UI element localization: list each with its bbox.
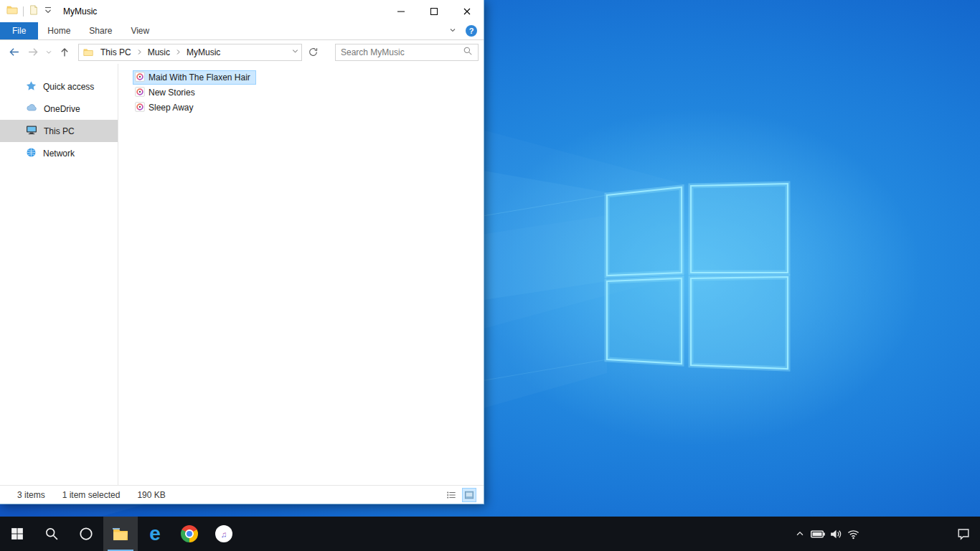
window-controls xyxy=(385,0,484,22)
file-name: Sleep Away xyxy=(149,103,194,113)
navigation-pane: Quick access OneDrive This PC xyxy=(0,64,118,485)
address-folder-icon xyxy=(81,47,95,57)
refresh-icon[interactable] xyxy=(304,44,321,61)
music-file-icon xyxy=(135,102,145,114)
close-button[interactable] xyxy=(451,0,484,22)
window-title: MyMusic xyxy=(63,6,97,17)
show-hidden-icons-button[interactable] xyxy=(791,517,809,551)
address-bar[interactable]: This PC Music MyMusic xyxy=(78,44,302,61)
sidebar-item-label: OneDrive xyxy=(44,104,80,114)
action-center-button[interactable] xyxy=(947,517,980,551)
selection-size: 190 KB xyxy=(137,490,165,500)
sidebar-item-label: Network xyxy=(43,149,75,159)
taskbar-chrome-button[interactable] xyxy=(172,517,207,551)
itunes-icon: ♫ xyxy=(215,525,232,542)
battery-icon xyxy=(811,529,825,539)
system-tray xyxy=(791,517,980,551)
expand-ribbon-icon[interactable] xyxy=(448,26,457,37)
help-icon[interactable]: ? xyxy=(466,25,477,37)
chevron-right-icon[interactable] xyxy=(136,47,143,57)
taskbar: e ♫ xyxy=(0,517,980,551)
ribbon-tabs: File Home Share View ? xyxy=(0,22,484,40)
action-center-icon xyxy=(957,527,970,540)
network-globe-icon xyxy=(26,147,37,160)
wifi-icon xyxy=(847,528,859,540)
customize-quick-access-icon[interactable] xyxy=(44,6,52,17)
file-item[interactable]: New Stories xyxy=(133,85,201,100)
windows-start-icon xyxy=(11,527,24,540)
file-explorer-icon xyxy=(112,525,129,542)
breadcrumb-music[interactable]: Music xyxy=(143,47,175,57)
window-body: Quick access OneDrive This PC xyxy=(0,64,484,485)
large-icons-view-icon[interactable] xyxy=(462,488,476,502)
onedrive-cloud-icon xyxy=(26,102,37,116)
recent-locations-icon[interactable] xyxy=(44,44,54,61)
speaker-icon xyxy=(829,528,842,540)
sidebar-item-this-pc[interactable]: This PC xyxy=(0,120,118,142)
search-input[interactable] xyxy=(341,47,463,57)
sidebar-item-network[interactable]: Network xyxy=(0,142,118,164)
file-item[interactable]: Sleep Away xyxy=(133,100,199,115)
address-dropdown-icon[interactable] xyxy=(291,47,299,57)
taskbar-file-explorer-button[interactable] xyxy=(103,517,138,551)
tab-share[interactable]: Share xyxy=(80,22,121,39)
taskbar-search-button[interactable] xyxy=(34,517,69,551)
battery-status-button[interactable] xyxy=(809,517,826,551)
music-file-icon xyxy=(135,87,145,99)
chevron-right-icon[interactable] xyxy=(175,47,182,57)
sidebar-item-label: This PC xyxy=(44,126,75,136)
explorer-window: MyMusic File Home Share View xyxy=(0,0,484,504)
minimize-button[interactable] xyxy=(385,0,418,22)
star-icon xyxy=(26,80,37,93)
details-view-icon[interactable] xyxy=(444,488,458,502)
file-item[interactable]: Maid With The Flaxen Hair xyxy=(133,70,256,85)
tab-file[interactable]: File xyxy=(0,22,38,39)
file-name: Maid With The Flaxen Hair xyxy=(149,72,250,83)
taskbar-cortana-button[interactable] xyxy=(69,517,103,551)
title-bar: MyMusic xyxy=(0,0,484,22)
sidebar-item-quick-access[interactable]: Quick access xyxy=(0,75,118,98)
status-bar: 3 items 1 item selected 190 KB xyxy=(0,485,484,504)
up-button[interactable] xyxy=(56,44,73,61)
network-wifi-button[interactable] xyxy=(844,517,862,551)
taskbar-edge-button[interactable]: e xyxy=(138,517,172,551)
view-toggles xyxy=(444,488,476,502)
tab-view[interactable]: View xyxy=(121,22,159,39)
taskbar-itunes-button[interactable]: ♫ xyxy=(207,517,241,551)
folder-icon[interactable] xyxy=(6,4,18,18)
chevron-up-icon xyxy=(795,529,805,539)
this-pc-icon xyxy=(26,124,37,138)
navigation-bar: This PC Music MyMusic xyxy=(0,40,484,64)
sidebar-item-onedrive[interactable]: OneDrive xyxy=(0,98,118,120)
divider xyxy=(23,6,24,17)
selection-summary: 1 item selected xyxy=(62,490,121,500)
properties-icon[interactable] xyxy=(29,5,39,17)
search-box xyxy=(335,44,479,61)
svg-text:♫: ♫ xyxy=(221,529,227,539)
ribbon-right-controls: ? xyxy=(448,22,484,39)
search-icon xyxy=(44,527,59,541)
quick-access-toolbar xyxy=(0,4,52,18)
search-icon[interactable] xyxy=(463,46,473,58)
breadcrumb-mymusic[interactable]: MyMusic xyxy=(182,47,225,57)
tab-home[interactable]: Home xyxy=(38,22,80,39)
edge-icon: e xyxy=(149,519,161,548)
back-button[interactable] xyxy=(5,44,22,61)
forward-button[interactable] xyxy=(24,44,42,61)
file-name: New Stories xyxy=(149,88,195,98)
volume-button[interactable] xyxy=(826,517,844,551)
cortana-icon xyxy=(79,527,93,541)
maximize-button[interactable] xyxy=(418,0,451,22)
file-list: Maid With The Flaxen Hair New Stories Sl… xyxy=(118,64,484,485)
sidebar-item-label: Quick access xyxy=(43,82,94,92)
chrome-icon xyxy=(181,525,198,542)
music-file-icon xyxy=(135,72,145,84)
start-button[interactable] xyxy=(0,517,34,551)
item-count: 3 items xyxy=(17,490,45,500)
breadcrumb-this-pc[interactable]: This PC xyxy=(95,47,136,57)
desktop: MyMusic File Home Share View xyxy=(0,0,980,551)
